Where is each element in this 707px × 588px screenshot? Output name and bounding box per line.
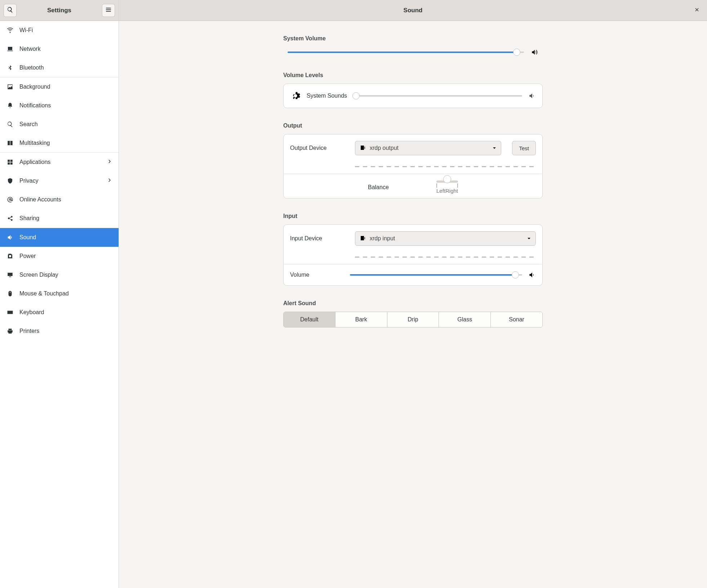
sidebar-item-bluetooth[interactable]: Bluetooth — [0, 58, 119, 77]
keyboard-icon — [6, 309, 14, 316]
speaker-icon[interactable] — [528, 271, 536, 279]
section-alert-sound: Alert Sound Default Bark Drip Glass Sona… — [283, 300, 543, 328]
sidebar-label: Search — [19, 121, 112, 128]
sidebar-item-search[interactable]: Search — [0, 115, 119, 134]
gear-icon — [290, 90, 301, 101]
alert-option-glass[interactable]: Glass — [439, 312, 491, 327]
sidebar-header: Settings — [0, 0, 119, 21]
settings-app: Settings Wi-Fi Network Bluetooth — [0, 0, 707, 588]
sidebar-label: Sound — [19, 234, 112, 241]
search-button[interactable] — [4, 4, 17, 17]
sidebar-item-background[interactable]: Background — [0, 77, 119, 96]
sidebar-label: Printers — [19, 328, 112, 334]
sidebar-item-printers[interactable]: Printers — [0, 322, 119, 340]
printer-icon — [6, 328, 14, 335]
sidebar-item-sharing[interactable]: Sharing — [0, 209, 119, 228]
alert-option-drip[interactable]: Drip — [387, 312, 439, 327]
sidebar-label: Multitasking — [19, 140, 112, 146]
sidebar-item-applications[interactable]: Applications — [0, 153, 119, 172]
sidebar-label: Bluetooth — [19, 64, 112, 71]
sidebar-item-multitasking[interactable]: Multitasking — [0, 134, 119, 153]
sidebar-label: Keyboard — [19, 309, 112, 316]
sidebar-item-network[interactable]: Network — [0, 40, 119, 58]
display-icon — [6, 271, 14, 279]
output-device-label: Output Device — [290, 145, 344, 151]
multitasking-icon — [6, 139, 14, 147]
sidebar-label: Wi-Fi — [19, 27, 112, 34]
sidebar-item-notifications[interactable]: Notifications — [0, 96, 119, 115]
sidebar-label: Network — [19, 46, 112, 52]
bell-icon — [6, 102, 14, 109]
output-device-dropdown[interactable]: xrdp output — [355, 141, 501, 155]
heading-system-volume: System Volume — [283, 35, 543, 42]
input-device-label: Input Device — [290, 235, 344, 242]
apps-icon — [6, 159, 14, 166]
close-icon — [694, 6, 699, 14]
input-volume-label: Volume — [290, 272, 344, 278]
section-output: Output Output Device xrdp output Test — [283, 122, 543, 199]
card-icon — [360, 235, 366, 242]
speaker-full-icon[interactable] — [530, 48, 538, 56]
sidebar: Settings Wi-Fi Network Bluetooth — [0, 0, 119, 588]
sidebar-label: Privacy — [19, 178, 101, 184]
hamburger-icon — [105, 6, 112, 14]
system-sounds-slider[interactable] — [353, 92, 522, 99]
output-device-value: xrdp output — [370, 145, 489, 151]
power-icon — [6, 253, 14, 260]
card-icon — [360, 144, 366, 152]
heading-output: Output — [283, 122, 543, 129]
content-header: Sound — [119, 0, 707, 21]
heading-input: Input — [283, 213, 543, 219]
balance-right-label: Right — [445, 188, 458, 194]
sidebar-item-privacy[interactable]: Privacy — [0, 172, 119, 190]
chevron-down-icon — [492, 145, 497, 151]
content-pane: Sound System Volume — [119, 0, 707, 588]
content-body: System Volume Volume Levels — [119, 21, 707, 588]
balance-left-label: Left — [436, 188, 445, 194]
input-device-dropdown[interactable]: xrdp input — [355, 231, 536, 246]
section-system-volume: System Volume — [283, 35, 543, 58]
close-button[interactable] — [692, 5, 702, 15]
sidebar-label: Sharing — [19, 215, 112, 222]
chevron-right-icon — [107, 178, 112, 184]
at-icon — [6, 196, 14, 203]
sidebar-label: Notifications — [19, 102, 112, 109]
background-icon — [6, 83, 14, 90]
search-icon — [6, 121, 14, 128]
balance-slider[interactable]: Left Right — [436, 181, 458, 194]
sidebar-item-mouse-touchpad[interactable]: Mouse & Touchpad — [0, 284, 119, 303]
page-title: Sound — [134, 7, 692, 14]
test-button[interactable]: Test — [512, 141, 536, 155]
input-device-value: xrdp input — [370, 235, 523, 242]
section-input: Input Input Device xrdp input — [283, 213, 543, 286]
system-volume-slider[interactable] — [288, 49, 524, 56]
sidebar-nav: Wi-Fi Network Bluetooth Background Notif… — [0, 21, 119, 588]
sidebar-label: Applications — [19, 159, 101, 165]
heading-volume-levels: Volume Levels — [283, 72, 543, 79]
input-volume-slider[interactable] — [350, 271, 522, 279]
alert-sound-group: Default Bark Drip Glass Sonar — [283, 312, 543, 328]
bluetooth-icon — [6, 64, 14, 71]
input-level-meter — [355, 257, 536, 258]
sidebar-item-sound[interactable]: Sound — [0, 228, 119, 247]
wifi-icon — [6, 27, 14, 34]
speaker-icon[interactable] — [528, 92, 536, 100]
sidebar-item-power[interactable]: Power — [0, 247, 119, 266]
alert-option-bark[interactable]: Bark — [335, 312, 387, 327]
system-sounds-label: System Sounds — [307, 93, 347, 99]
search-icon — [7, 6, 13, 14]
alert-option-sonar[interactable]: Sonar — [491, 312, 542, 327]
heading-alert-sound: Alert Sound — [283, 300, 543, 307]
menu-button[interactable] — [102, 4, 115, 17]
sidebar-item-online-accounts[interactable]: Online Accounts — [0, 190, 119, 209]
sound-icon — [6, 234, 14, 241]
chevron-down-icon — [527, 236, 531, 242]
privacy-icon — [6, 177, 14, 184]
sidebar-item-keyboard[interactable]: Keyboard — [0, 303, 119, 322]
sidebar-item-screen-display[interactable]: Screen Display — [0, 266, 119, 284]
share-icon — [6, 215, 14, 222]
sidebar-label: Power — [19, 253, 112, 259]
sidebar-item-wifi[interactable]: Wi-Fi — [0, 21, 119, 40]
balance-label: Balance — [368, 184, 422, 191]
alert-option-default[interactable]: Default — [284, 312, 335, 327]
